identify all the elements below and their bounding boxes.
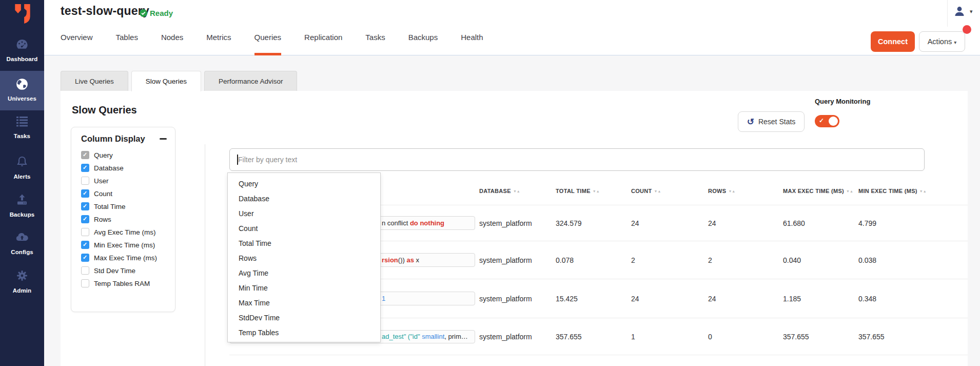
- checkbox-rows[interactable]: [81, 215, 89, 223]
- sidebar-item-universes[interactable]: Universes: [0, 71, 44, 110]
- query-fragment: x: [414, 256, 419, 264]
- query-fragment: ()): [398, 256, 407, 264]
- checkbox-std-dev-time[interactable]: [81, 266, 89, 275]
- column-option-rows: Rows: [81, 214, 111, 224]
- checkbox-min-exec-time[interactable]: [81, 241, 89, 249]
- subtab-live-queries[interactable]: Live Queries: [61, 71, 128, 91]
- tab-replication[interactable]: Replication: [304, 31, 342, 55]
- sort-icon: ▼▲: [846, 189, 853, 193]
- collapse-minus-icon[interactable]: [160, 138, 167, 140]
- tab-backups[interactable]: Backups: [408, 31, 438, 55]
- checkbox-label: Rows: [94, 216, 111, 223]
- sidebar-item-dashboard[interactable]: Dashboard: [0, 38, 44, 63]
- gear-icon: [15, 269, 29, 283]
- checkbox-temp-tables-ram[interactable]: [81, 279, 89, 287]
- subtab-slow-queries[interactable]: Slow Queries: [131, 71, 201, 91]
- max-exec-cell: 0.040: [783, 256, 858, 264]
- header-database[interactable]: DATABASE▼▲: [479, 188, 556, 194]
- checkbox-count[interactable]: [81, 189, 89, 198]
- dropdown-item-max-time[interactable]: Max Time: [228, 296, 380, 311]
- dropdown-item-total-time[interactable]: Total Time: [228, 236, 380, 251]
- checkbox-label: User: [94, 177, 109, 185]
- user-menu[interactable]: ▾: [953, 5, 973, 17]
- dropdown-item-query[interactable]: Query: [228, 177, 380, 191]
- header-min-exec-time[interactable]: MIN EXEC TIME (MS)▼▲: [858, 188, 968, 194]
- dropdown-item-stddev-time[interactable]: StdDev Time: [228, 311, 380, 325]
- checkbox-total-time[interactable]: [81, 202, 89, 210]
- header-label: ROWS: [708, 188, 726, 194]
- globe-icon: [15, 78, 29, 91]
- query-monitoring-toggle[interactable]: ✓: [815, 115, 839, 127]
- vertical-divider: [205, 144, 205, 366]
- checkbox-max-exec-time[interactable]: [81, 254, 89, 262]
- query-fragment: , prim…: [444, 333, 468, 340]
- checkbox-label: Max Exec Time (ms): [94, 254, 157, 262]
- dropdown-item-rows[interactable]: Rows: [228, 251, 380, 266]
- sidebar-item-tasks[interactable]: Tasks: [0, 115, 44, 140]
- reset-stats-label: Reset Stats: [758, 118, 795, 126]
- column-display-title: Column Display: [81, 134, 145, 144]
- page-title: Slow Queries: [72, 104, 137, 116]
- yugabyte-logo-icon[interactable]: [12, 3, 33, 25]
- header-count[interactable]: COUNT▼▲: [631, 188, 708, 194]
- header-label: COUNT: [631, 188, 652, 194]
- status-badge: Ready: [140, 9, 173, 17]
- filter-container: [229, 148, 925, 171]
- sidebar-item-configs[interactable]: Configs: [0, 231, 44, 256]
- column-option-query: Query: [81, 150, 113, 160]
- column-option-count: Count: [81, 188, 112, 199]
- min-exec-cell: 4.799: [858, 219, 968, 227]
- count-cell: 24: [631, 295, 708, 303]
- header-rows[interactable]: ROWS▼▲: [708, 188, 783, 194]
- rows-cell: 24: [708, 219, 783, 227]
- tab-health[interactable]: Health: [461, 31, 483, 55]
- actions-caret-icon: ▾: [954, 40, 956, 45]
- tab-overview[interactable]: Overview: [61, 31, 93, 55]
- query-fragment-keyword: do nothing: [410, 219, 444, 227]
- dropdown-item-count[interactable]: Count: [228, 221, 380, 236]
- sort-icon: ▼▲: [513, 189, 520, 193]
- query-fragment-number: 1: [382, 295, 385, 302]
- dropdown-item-temp-tables[interactable]: Temp Tables: [228, 325, 380, 340]
- sidebar-item-label: Backups: [10, 211, 35, 218]
- toggle-check-icon: ✓: [819, 117, 824, 124]
- dropdown-item-min-time[interactable]: Min Time: [228, 281, 380, 296]
- checkbox-label: Min Exec Time (ms): [94, 241, 155, 249]
- query-filter-input[interactable]: [229, 148, 925, 171]
- column-display-panel: Column Display Query Database User Count…: [71, 127, 175, 312]
- dropdown-item-avg-time[interactable]: Avg Time: [228, 266, 380, 281]
- actions-button[interactable]: Actions ▾: [919, 31, 965, 52]
- universe-title: test-slow-query: [61, 4, 149, 18]
- tab-tables[interactable]: Tables: [116, 31, 138, 55]
- rows-cell: 24: [708, 295, 783, 303]
- tab-queries[interactable]: Queries: [254, 31, 282, 55]
- text-cursor: [237, 155, 238, 165]
- column-option-max-exec: Max Exec Time (ms): [81, 253, 157, 263]
- checkbox-database[interactable]: [81, 164, 89, 172]
- checkbox-user[interactable]: [81, 177, 89, 185]
- header-total-time[interactable]: TOTAL TIME▼▲: [556, 188, 631, 194]
- sidebar-item-backups[interactable]: Backups: [0, 194, 44, 219]
- min-exec-cell: 0.038: [858, 256, 968, 264]
- tab-tasks[interactable]: Tasks: [365, 31, 385, 55]
- query-fragment-keyword: as: [406, 256, 414, 264]
- sidebar-item-alerts[interactable]: Alerts: [0, 156, 44, 181]
- tab-metrics[interactable]: Metrics: [206, 31, 231, 55]
- sidebar-item-admin[interactable]: Admin: [0, 269, 44, 295]
- reset-stats-button[interactable]: ↺ Reset Stats: [738, 111, 805, 132]
- dropdown-item-user[interactable]: User: [228, 206, 380, 221]
- dropdown-item-database[interactable]: Database: [228, 191, 380, 206]
- tab-nodes[interactable]: Nodes: [161, 31, 183, 55]
- checkbox-label: Total Time: [94, 203, 126, 210]
- connect-button[interactable]: Connect: [871, 31, 915, 52]
- total-time-cell: 15.425: [556, 295, 631, 303]
- column-option-user: User: [81, 176, 109, 186]
- checkbox-avg-exec-time[interactable]: [81, 228, 89, 236]
- user-menu-caret-icon: ▾: [970, 8, 973, 15]
- subtab-performance-advisor[interactable]: Performance Advisor: [204, 71, 297, 91]
- sidebar-item-label: Universes: [8, 95, 36, 102]
- header-max-exec-time[interactable]: MAX EXEC TIME (MS)▼▲: [783, 188, 858, 194]
- database-cell: system_platform: [479, 295, 556, 303]
- checkbox-query[interactable]: [81, 151, 89, 159]
- query-monitoring-label: Query Monitoring: [815, 98, 870, 105]
